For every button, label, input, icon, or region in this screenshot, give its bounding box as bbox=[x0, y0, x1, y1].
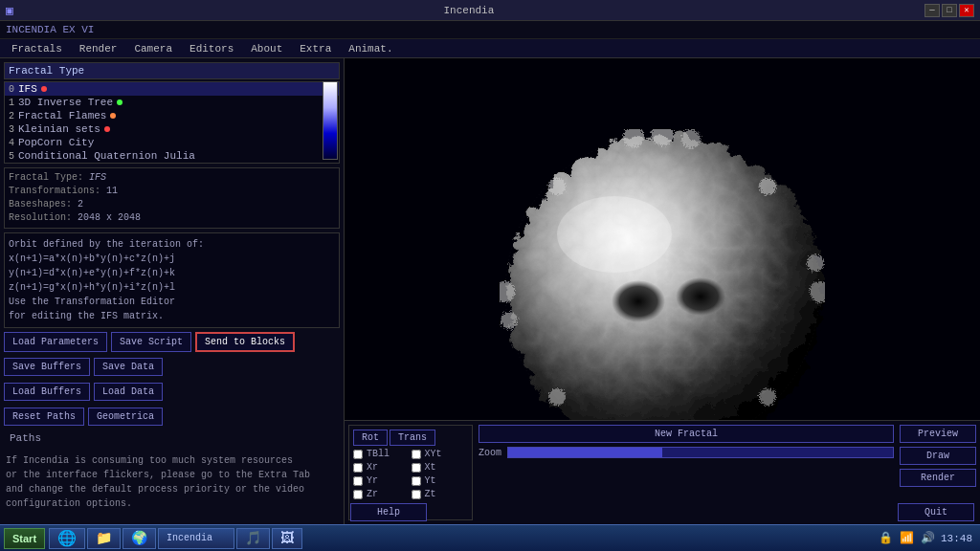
3d-inverse-tree-label: 3D Inverse Tree bbox=[18, 97, 113, 108]
ifs-label: IFS bbox=[18, 83, 37, 95]
paths-label: Paths bbox=[10, 432, 41, 444]
xt-checkbox[interactable] bbox=[412, 463, 421, 473]
save-script-button[interactable]: Save Script bbox=[111, 332, 191, 352]
load-parameters-button[interactable]: Load Parameters bbox=[4, 332, 107, 352]
fractal-svg bbox=[500, 129, 825, 454]
fractal-item-popcorn-city[interactable]: 4 PopCorn City bbox=[5, 136, 339, 149]
maximize-button[interactable]: □ bbox=[942, 4, 957, 17]
taskbar-paint-icon[interactable]: 🖼 bbox=[272, 528, 302, 549]
transformations-value: 11 bbox=[106, 186, 118, 196]
fractal-item-3d-inverse-tree[interactable]: 1 3D Inverse Tree bbox=[5, 96, 339, 109]
menu-fractals[interactable]: Fractals bbox=[4, 40, 70, 57]
yr-checkbox[interactable] bbox=[353, 476, 363, 486]
zt-checkbox[interactable] bbox=[412, 490, 421, 499]
rot-trans-tabs: Rot Trans bbox=[353, 430, 468, 446]
yt-checkbox[interactable] bbox=[412, 476, 421, 486]
menu-animat[interactable]: Animat. bbox=[341, 40, 400, 57]
checkbox-grid: TBll XYt Xr Xt Yr Yt Zr Zt bbox=[353, 449, 468, 501]
send-to-blocks-button[interactable]: Send to Blocks bbox=[195, 332, 295, 352]
minimize-button[interactable]: ─ bbox=[924, 4, 940, 17]
rot-tab[interactable]: Rot bbox=[353, 430, 388, 446]
xr-checkbox[interactable] bbox=[353, 463, 363, 473]
preview-button[interactable]: Preview bbox=[900, 425, 976, 443]
info-box: Fractal Type: IFS Transformations: 11 Ba… bbox=[4, 167, 340, 229]
clock: 13:48 bbox=[941, 533, 972, 544]
load-buffers-button[interactable]: Load Buffers bbox=[4, 383, 90, 401]
color-swatch bbox=[323, 81, 338, 160]
help-button[interactable]: Help bbox=[350, 503, 427, 521]
center-controls: New Fractal Zoom bbox=[479, 425, 894, 458]
zoom-label: Zoom bbox=[479, 448, 501, 458]
fractal-item-fractal-flames[interactable]: 2 Fractal Flames bbox=[5, 109, 339, 122]
svg-point-11 bbox=[759, 178, 776, 195]
svg-point-13 bbox=[759, 388, 776, 406]
transformations-label: Transformations: bbox=[9, 186, 106, 196]
fractal-flames-dot bbox=[110, 113, 116, 119]
tray-icons: 🔒 📶 🔊 bbox=[879, 531, 935, 545]
menu-camera[interactable]: Camera bbox=[126, 40, 180, 57]
save-buffers-button[interactable]: Save Buffers bbox=[4, 358, 90, 376]
xyt-checkbox[interactable] bbox=[412, 450, 421, 459]
dark-spot-right bbox=[676, 277, 725, 316]
close-button[interactable]: ✕ bbox=[959, 4, 974, 17]
fractal-item-ifs[interactable]: 0 IFS bbox=[5, 82, 339, 96]
menu-editors[interactable]: Editors bbox=[182, 40, 241, 57]
right-action-buttons: Preview Draw Render bbox=[900, 425, 976, 487]
fractal-type-header: Fractal Type bbox=[4, 62, 340, 79]
help-quit-row: Help bbox=[350, 501, 431, 522]
draw-button[interactable]: Draw bbox=[900, 447, 976, 465]
buttons-row-4: Reset Paths Geometrica bbox=[4, 408, 340, 426]
svg-point-12 bbox=[548, 388, 566, 406]
geometrica-button[interactable]: Geometrica bbox=[88, 408, 163, 426]
taskbar-media-icon[interactable]: 🎵 bbox=[236, 528, 270, 549]
left-panel: Fractal Type 0 IFS 1 3D Inverse Tree 2 bbox=[0, 58, 345, 524]
taskbar-items: 🌐 📁 🌍 Incendia 🎵 🖼 bbox=[49, 528, 871, 549]
checkbox-xt: Xt bbox=[412, 462, 469, 473]
title-bar: ▣ Incendia ─ □ ✕ bbox=[0, 0, 980, 21]
render-button[interactable]: Render bbox=[900, 469, 976, 487]
notice-text: If Incendia is consuming too much system… bbox=[4, 452, 340, 513]
save-data-button[interactable]: Save Data bbox=[94, 358, 163, 376]
conditional-quaternion-julia-label: Conditional Quaternion Julia bbox=[18, 150, 195, 162]
reset-paths-button[interactable]: Reset Paths bbox=[4, 408, 84, 426]
svg-point-8 bbox=[501, 312, 518, 329]
zoom-bar[interactable] bbox=[507, 447, 894, 458]
menu-render[interactable]: Render bbox=[72, 40, 125, 57]
svg-point-6 bbox=[807, 254, 824, 272]
taskbar: Start 🌐 📁 🌍 Incendia 🎵 🖼 🔒 📶 🔊 13:48 bbox=[0, 524, 980, 551]
fractal-visual bbox=[500, 129, 825, 454]
orbit-line2: x(n+1)=a*x(n)+b*y(n)+c*z(n)+j bbox=[9, 252, 335, 266]
help-quit-bar: Help Quit bbox=[345, 503, 980, 524]
tbll-checkbox[interactable] bbox=[353, 450, 363, 459]
zoom-row: Zoom bbox=[479, 447, 894, 458]
baseshapes-value: 2 bbox=[78, 199, 83, 209]
menu-about[interactable]: About bbox=[243, 40, 290, 57]
taskbar-browser-icon[interactable]: 🌍 bbox=[122, 528, 156, 549]
taskbar-folder-icon[interactable]: 📁 bbox=[87, 528, 121, 549]
fractal-flames-label: Fractal Flames bbox=[18, 110, 106, 121]
taskbar-active-app[interactable]: Incendia bbox=[158, 528, 234, 549]
new-fractal-button[interactable]: New Fractal bbox=[479, 425, 894, 443]
taskbar-ie-icon[interactable]: 🌐 bbox=[49, 528, 85, 549]
fractal-item-conditional-quaternion-julia[interactable]: 5 Conditional Quaternion Julia bbox=[5, 149, 339, 163]
resolution-value: 2048 x 2048 bbox=[78, 212, 141, 223]
checkbox-tbll: TBll bbox=[353, 449, 411, 459]
orbit-box: Orbit defined by the iteration of: x(n+1… bbox=[4, 232, 340, 328]
svg-point-3 bbox=[681, 129, 701, 148]
zoom-fill bbox=[508, 448, 662, 457]
buttons-row-3: Load Buffers Load Data bbox=[4, 383, 340, 401]
svg-point-10 bbox=[548, 178, 566, 195]
trans-tab[interactable]: Trans bbox=[390, 430, 435, 446]
resolution-label: Resolution: bbox=[9, 212, 78, 223]
load-data-button[interactable]: Load Data bbox=[94, 383, 163, 401]
fractal-type-label: Fractal Type: bbox=[9, 172, 89, 183]
quit-button[interactable]: Quit bbox=[898, 503, 974, 521]
fractal-item-kleinian-sets[interactable]: 3 Kleinian sets bbox=[5, 122, 339, 136]
menu-bar: Fractals Render Camera Editors About Ext… bbox=[0, 39, 980, 58]
orbit-line4: z(n+1)=g*x(n)+h*y(n)+i*z(n)+l bbox=[9, 280, 335, 295]
popcorn-city-label: PopCorn City bbox=[18, 137, 94, 148]
menu-extra[interactable]: Extra bbox=[292, 40, 339, 57]
start-button[interactable]: Start bbox=[4, 528, 45, 549]
quit-area: Quit bbox=[898, 501, 974, 522]
zr-checkbox[interactable] bbox=[353, 490, 363, 499]
